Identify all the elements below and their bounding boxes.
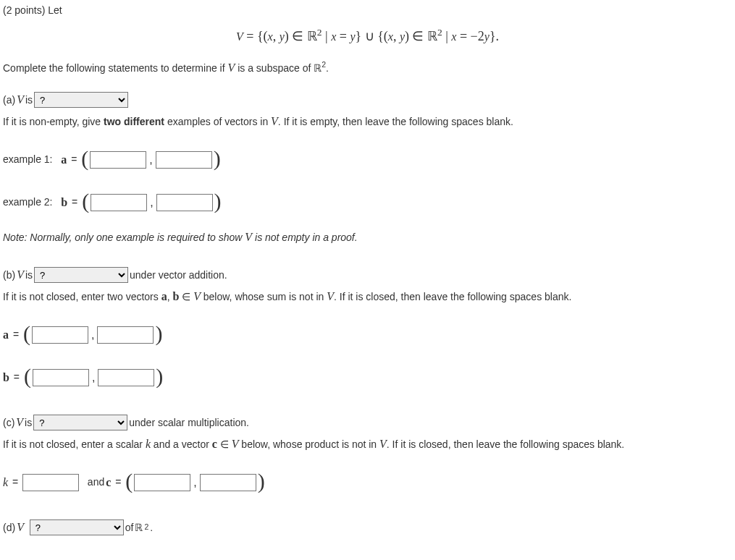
part-d-label: (d): [3, 520, 15, 535]
part-c-instruction: If it is not closed, enter a scalar k an…: [3, 436, 732, 453]
part-c-label: (c): [3, 415, 14, 430]
part-b-b-symbol: b: [3, 369, 9, 386]
part-c-c-y[interactable]: [200, 474, 256, 491]
example-2-label: example 2:: [3, 195, 52, 210]
part-c-select[interactable]: ?: [33, 415, 127, 430]
part-a-label: (a): [3, 93, 15, 108]
part-b-is: is: [25, 268, 33, 283]
part-c-c-x[interactable]: [134, 474, 190, 491]
vec-a-symbol: a: [61, 151, 67, 169]
part-d-select[interactable]: ?: [30, 519, 124, 535]
part-a-V: V: [17, 91, 24, 109]
part-b-select[interactable]: ?: [34, 267, 128, 283]
part-a-select[interactable]: ?: [34, 92, 128, 108]
part-b-instruction: If it is not closed, enter two vectors a…: [3, 288, 732, 305]
part-b-b-y[interactable]: [98, 369, 154, 386]
example-2-y[interactable]: [156, 194, 213, 211]
example-2-x[interactable]: [91, 194, 147, 211]
intro-text: Complete the following statements to det…: [3, 59, 732, 77]
part-b-V: V: [17, 266, 24, 284]
points-header: (2 points) Let: [3, 3, 732, 18]
part-c-is: is: [25, 415, 32, 430]
part-d-of: of: [125, 520, 134, 535]
part-b-a-x[interactable]: [32, 326, 88, 344]
part-b-a-symbol: a: [3, 326, 9, 344]
part-c-V: V: [16, 414, 23, 431]
part-b-label: (b): [3, 268, 15, 283]
vec-b-symbol: b: [61, 194, 67, 211]
part-c-and: and: [88, 475, 104, 490]
part-c-k-symbol: k: [3, 474, 8, 491]
part-b-b-x[interactable]: [33, 369, 89, 386]
equation-display: V = {(x, y) ∈ ℝ2 | x = y} ∪ {(x, y) ∈ ℝ2…: [3, 25, 732, 46]
part-b-a-y[interactable]: [97, 326, 154, 344]
part-c-c-symbol: c: [106, 474, 111, 491]
part-d-V: V: [17, 519, 24, 536]
example-1-label: example 1:: [3, 152, 52, 167]
part-a-instruction: If it is non-empty, give two different e…: [3, 113, 732, 130]
part-c-suffix: under scalar multiplication.: [129, 415, 249, 430]
part-a-note: Note: Normally, only one example is requ…: [3, 229, 732, 246]
part-a-is: is: [25, 93, 33, 108]
example-1-y[interactable]: [156, 151, 212, 169]
part-b-suffix: under vector addition.: [130, 268, 227, 283]
example-1-x[interactable]: [90, 151, 146, 169]
part-c-k-input[interactable]: [22, 474, 79, 491]
